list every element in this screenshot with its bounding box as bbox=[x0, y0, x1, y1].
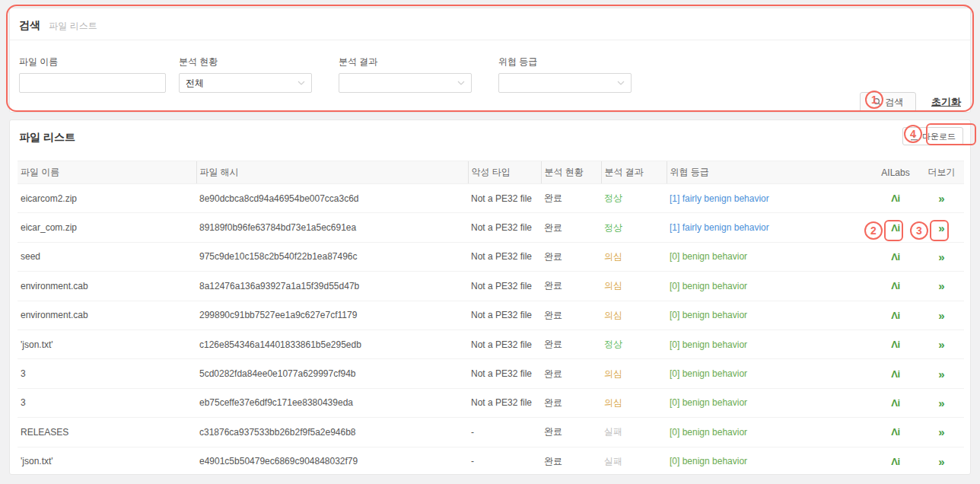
more-icon[interactable]: » bbox=[938, 309, 944, 322]
more-cell: » bbox=[919, 272, 964, 301]
malware-type-cell: Not a PE32 file bbox=[468, 184, 541, 213]
file-name-cell: environment.cab bbox=[18, 301, 196, 330]
analysis-result-select[interactable] bbox=[339, 73, 472, 93]
threat-grade-link[interactable]: [0] benign behavior bbox=[670, 397, 747, 408]
file-list-header: 파일 리스트 다운로드 bbox=[10, 120, 970, 154]
more-icon[interactable]: » bbox=[938, 368, 944, 381]
file-hash-cell: 299890c91bb7527ee1a9c627e7cf1179 bbox=[196, 301, 468, 330]
threat-grade-link[interactable]: [0] benign behavior bbox=[670, 368, 747, 379]
table-row: eicar_com.zip 89189f0b96fe63784bd73e1a5e… bbox=[18, 213, 964, 242]
file-name-cell: environment.cab bbox=[18, 272, 196, 301]
ailabs-icon[interactable]: Λi bbox=[891, 222, 899, 234]
file-hash-cell: c31876ca937533bb26b2f9f5a2e946b8 bbox=[196, 418, 468, 447]
threat-grade-link[interactable]: [0] benign behavior bbox=[670, 456, 747, 466]
analysis-result-cell: 정상 bbox=[601, 213, 667, 242]
ailabs-icon[interactable]: Λi bbox=[891, 280, 899, 291]
file-name-input[interactable] bbox=[19, 73, 166, 93]
file-hash-cell: 89189f0b96fe63784bd73e1a5ec691ea bbox=[196, 213, 468, 242]
threat-grade-cell: [0] benign behavior bbox=[667, 359, 872, 388]
ailabs-icon[interactable]: Λi bbox=[891, 426, 899, 438]
analysis-status-cell: 완료 bbox=[541, 184, 601, 213]
malware-type-cell: Not a PE32 file bbox=[468, 388, 541, 417]
threat-grade-link[interactable]: [0] benign behavior bbox=[670, 251, 747, 262]
analysis-result-label: 분석 결과 bbox=[339, 56, 472, 68]
file-hash-cell: 975c9de10c158c2b540f22b1ea87496c bbox=[196, 242, 468, 271]
file-name-cell: 'json.txt' bbox=[18, 447, 196, 476]
more-icon[interactable]: » bbox=[938, 250, 944, 263]
more-cell: » bbox=[919, 213, 964, 242]
more-cell: » bbox=[919, 242, 964, 271]
analysis-status-value: 전체 bbox=[186, 77, 204, 90]
analysis-status-label: 분석 현황 bbox=[179, 56, 312, 68]
more-cell: » bbox=[919, 301, 964, 330]
table-row: RELEASES c31876ca937533bb26b2f9f5a2e946b… bbox=[18, 418, 964, 447]
table-row: environment.cab 299890c91bb7527ee1a9c627… bbox=[18, 301, 964, 330]
analysis-status-cell: 완료 bbox=[541, 359, 601, 388]
ailabs-icon[interactable]: Λi bbox=[891, 310, 899, 321]
more-icon[interactable]: » bbox=[938, 425, 944, 438]
ailabs-cell: Λi bbox=[872, 330, 919, 358]
file-name-cell: RELEASES bbox=[18, 418, 196, 447]
ailabs-cell: Λi bbox=[872, 359, 919, 388]
threat-grade-cell: [0] benign behavior bbox=[667, 301, 872, 330]
search-panel-title: 검색 bbox=[19, 19, 40, 31]
more-icon[interactable]: » bbox=[938, 221, 944, 234]
table-row: 'json.txt' c126e854346a14401833861b5e295… bbox=[18, 330, 964, 358]
threat-grade-label: 위협 등급 bbox=[498, 56, 632, 68]
file-hash-cell: c126e854346a14401833861b5e295edb bbox=[196, 330, 468, 358]
reset-link[interactable]: 초기화 bbox=[931, 95, 961, 109]
col-header-file-hash: 파일 해시 bbox=[196, 161, 468, 184]
malware-type-cell: Not a PE32 file bbox=[468, 359, 541, 388]
more-cell: » bbox=[919, 418, 964, 447]
search-panel-subtitle: 파일 리스트 bbox=[49, 21, 97, 31]
download-button[interactable]: 다운로드 bbox=[902, 127, 963, 145]
malware-type-cell: - bbox=[468, 447, 541, 476]
file-name-cell: eicar_com.zip bbox=[18, 213, 196, 242]
col-header-ailabs: AILabs bbox=[872, 161, 919, 184]
threat-grade-link[interactable]: [1] fairly benign behavior bbox=[670, 193, 769, 204]
threat-grade-cell: [0] benign behavior bbox=[667, 242, 872, 271]
more-cell: » bbox=[919, 447, 964, 476]
file-list-title: 파일 리스트 bbox=[19, 131, 75, 143]
table-row: 3 eb75ceffe37e6df9c171ee8380439eda Not a… bbox=[18, 388, 964, 417]
ailabs-icon[interactable]: Λi bbox=[891, 251, 899, 263]
analysis-status-cell: 완료 bbox=[541, 272, 601, 301]
threat-grade-cell: [0] benign behavior bbox=[667, 418, 872, 447]
threat-grade-link[interactable]: [0] benign behavior bbox=[670, 281, 747, 291]
search-button[interactable]: 검색 bbox=[860, 92, 916, 112]
threat-grade-cell: [0] benign behavior bbox=[667, 272, 872, 301]
more-icon[interactable]: » bbox=[938, 396, 944, 409]
more-icon[interactable]: » bbox=[938, 279, 944, 292]
chevron-down-icon bbox=[298, 81, 305, 85]
file-name-cell: 3 bbox=[18, 388, 196, 417]
malware-type-cell: Not a PE32 file bbox=[468, 330, 541, 358]
more-icon[interactable]: » bbox=[938, 192, 944, 205]
threat-grade-select[interactable] bbox=[498, 73, 632, 93]
threat-grade-cell: [0] benign behavior bbox=[667, 388, 872, 417]
more-icon[interactable]: » bbox=[938, 455, 944, 468]
threat-grade-cell: [0] benign behavior bbox=[667, 330, 872, 358]
table-row: 'json.txt' e4901c5b50479ec6869c904848032… bbox=[18, 447, 964, 476]
more-icon[interactable]: » bbox=[938, 338, 944, 351]
ailabs-icon[interactable]: Λi bbox=[891, 397, 899, 409]
file-name-cell: eicarcom2.zip bbox=[18, 184, 196, 213]
ailabs-icon[interactable]: Λi bbox=[891, 368, 899, 380]
analysis-result-cell: 의심 bbox=[601, 388, 667, 417]
threat-grade-link[interactable]: [0] benign behavior bbox=[670, 427, 747, 438]
threat-grade-link[interactable]: [1] fairly benign behavior bbox=[670, 222, 769, 233]
more-cell: » bbox=[919, 388, 964, 417]
ailabs-icon[interactable]: Λi bbox=[891, 339, 899, 350]
more-cell: » bbox=[919, 359, 964, 388]
analysis-status-cell: 완료 bbox=[541, 447, 601, 476]
analysis-status-cell: 완료 bbox=[541, 388, 601, 417]
threat-grade-link[interactable]: [0] benign behavior bbox=[670, 339, 747, 350]
ailabs-icon[interactable]: Λi bbox=[891, 456, 899, 467]
search-icon bbox=[873, 97, 882, 107]
analysis-status-select[interactable]: 전체 bbox=[179, 73, 312, 93]
chevron-down-icon bbox=[457, 81, 465, 85]
ailabs-icon[interactable]: Λi bbox=[891, 193, 899, 204]
threat-grade-link[interactable]: [0] benign behavior bbox=[670, 310, 747, 320]
table-row: eicarcom2.zip 8e90dcbca8cd94a46954be007c… bbox=[18, 184, 964, 213]
file-hash-cell: 8e90dcbca8cd94a46954be007cca3c6d bbox=[196, 184, 468, 213]
file-hash-cell: eb75ceffe37e6df9c171ee8380439eda bbox=[196, 388, 468, 417]
